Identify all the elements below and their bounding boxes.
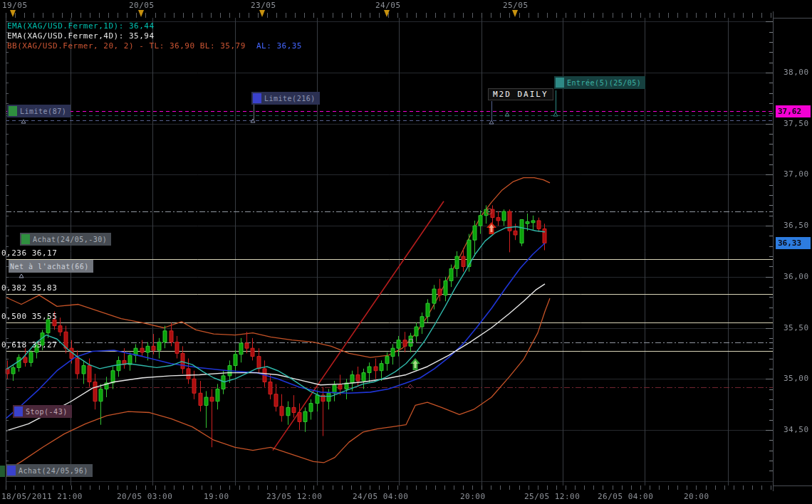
price-axis-label: 37,50 — [784, 119, 809, 128]
legend-bb-al: AL: 36,35 — [256, 41, 302, 51]
order-label-text: Net à l'achat(66) — [10, 263, 89, 271]
order-marker-square — [21, 234, 30, 244]
net-position-label[interactable]: Net à l'achat(66) — [9, 260, 93, 273]
order-label-text: Limite(216) — [264, 95, 316, 103]
time-axis-label: 20/05 — [129, 1, 155, 10]
price-axis-label: 37,00 — [784, 169, 809, 179]
order-label-limite-216[interactable]: Limite(216) — [251, 92, 320, 105]
chart-note-m2d-daily[interactable]: M2D DAILY — [488, 88, 553, 100]
indicator-legend: EMA(XAG/USD.Fermer,1D): 36,44 EMA(XAG/US… — [7, 21, 302, 51]
price-chart-canvas[interactable] — [0, 0, 812, 504]
time-axis-label: 19/05 — [2, 1, 28, 10]
time-axis-label: 23/05 — [251, 1, 276, 10]
order-label-text: Limite(87) — [20, 107, 66, 115]
time-axis-label: 23/05 12:00 — [266, 492, 322, 501]
fib-level-label: 0,618 35,27 — [1, 340, 57, 350]
time-axis-label: 24/05 04:00 — [353, 492, 408, 501]
order-label-text: Achat(24/05,96) — [19, 467, 88, 475]
time-axis-label: 25/05 — [503, 1, 529, 10]
order-marker-square — [14, 406, 23, 416]
fib-level-label: 0,500 35,55 — [1, 312, 57, 321]
trading-chart-window: EMA(XAG/USD.Fermer,1D): 36,44 EMA(XAG/US… — [0, 0, 812, 504]
time-axis-label: 25/05 12:00 — [524, 492, 580, 501]
last-price-tag: 36,33 — [776, 237, 811, 249]
time-axis-label: 24/05 — [375, 1, 401, 10]
partial-marker-square — [0, 466, 5, 477]
fib-level-label: 0,382 35,83 — [1, 283, 57, 293]
time-axis-label: 18/05/2011 21:00 — [1, 492, 83, 501]
legend-bb-main: BB(XAG/USD.Fermer, 20, 2) - TL: 36,90 BL… — [7, 41, 246, 51]
time-axis-label: 20:00 — [460, 492, 486, 501]
price-axis-label: 36,50 — [784, 221, 809, 230]
price-axis-label: 36,00 — [784, 272, 809, 281]
time-axis-label: 20/05 03:00 — [117, 492, 172, 501]
order-marker-square — [9, 106, 17, 116]
order-label-limite-87[interactable]: Limite(87) — [7, 105, 71, 117]
order-label-text: Stop(-43) — [26, 408, 68, 416]
price-axis-label: 34,50 — [784, 425, 809, 434]
stop-order-label[interactable]: Stop(-43) — [13, 405, 72, 418]
time-axis-label: 20:00 — [684, 492, 709, 501]
order-marker-square — [556, 78, 564, 88]
time-axis-label: 19:00 — [204, 492, 229, 501]
position-label-achat-2[interactable]: Achat(24/05,96) — [6, 464, 93, 477]
fib-level-label: 0,236 36,17 — [1, 248, 57, 258]
price-axis-label: 35,50 — [784, 323, 809, 332]
legend-ema-4d: EMA(XAG/USD.Fermer,4D): 35,94 — [7, 31, 302, 41]
position-label-achat[interactable]: Achat(24/05,-30) — [20, 233, 111, 246]
order-label-text: Entrée(5)(25/05) — [567, 79, 641, 87]
time-axis-label: 26/05 04:00 — [598, 492, 653, 501]
order-label-entree[interactable]: Entrée(5)(25/05) — [554, 76, 645, 89]
legend-ema-1d: EMA(XAG/USD.Fermer,1D): 36,44 — [7, 21, 302, 31]
legend-bollinger: BB(XAG/USD.Fermer, 20, 2) - TL: 36,90 BL… — [7, 41, 302, 51]
price-axis-label: 38,00 — [784, 68, 809, 77]
order-marker-square — [7, 466, 16, 476]
order-label-text: Achat(24/05,-30) — [33, 236, 107, 243]
order-marker-square — [253, 93, 261, 103]
alert-price-tag: 37,62 — [776, 105, 811, 117]
price-axis-label: 35,00 — [784, 374, 809, 383]
